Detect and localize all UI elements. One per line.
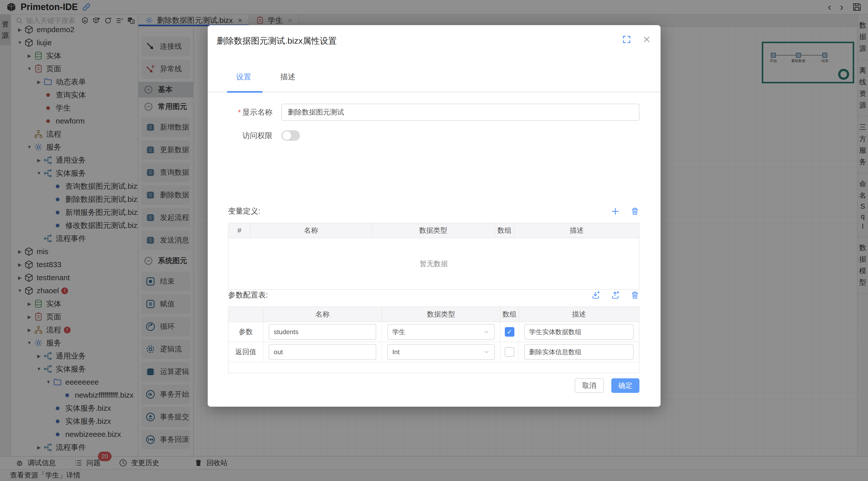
cancel-button[interactable]: 取消 bbox=[575, 378, 604, 393]
param-array-cell bbox=[501, 342, 519, 362]
table-col-header: 数组 bbox=[501, 307, 519, 322]
param-array-cell: ✓ bbox=[501, 322, 519, 342]
display-name-input[interactable] bbox=[281, 104, 640, 121]
chevron-down-icon bbox=[483, 329, 490, 335]
params-row-返回值: 返回值Int bbox=[228, 342, 639, 362]
variables-empty-state: 暂无数据 bbox=[228, 238, 639, 289]
table-col-header bbox=[228, 307, 264, 322]
table-col-header: 数据类型 bbox=[372, 223, 495, 238]
param-name-input[interactable] bbox=[269, 344, 376, 360]
table-col-header: 数据类型 bbox=[382, 307, 501, 322]
param-name-cell bbox=[264, 322, 382, 342]
table-col-header: 描述 bbox=[515, 223, 639, 238]
primeton-ide-window: Primeton-IDE ‹ › 资源 AIEn文 ▶empdemo2▼liuj… bbox=[0, 0, 868, 481]
delete-param-icon[interactable] bbox=[630, 291, 640, 300]
chevron-down-icon bbox=[483, 349, 490, 355]
param-row-label-cell: 参数 bbox=[228, 322, 264, 342]
table-col-header: 描述 bbox=[519, 307, 639, 322]
access-toggle[interactable] bbox=[281, 130, 300, 141]
param-desc-cell bbox=[519, 322, 639, 342]
dialog-tab-描述[interactable]: 描述 bbox=[280, 72, 296, 92]
param-desc-input[interactable] bbox=[524, 344, 634, 360]
params-row-参数: 参数学生✓ bbox=[228, 322, 639, 342]
params-section-label: 参数配置表: bbox=[228, 290, 268, 300]
delete-variable-icon[interactable] bbox=[630, 207, 640, 216]
import-output-params-icon[interactable] bbox=[611, 291, 620, 300]
table-col-header: 名称 bbox=[251, 223, 372, 238]
param-desc-cell bbox=[519, 342, 639, 362]
import-input-params-icon[interactable] bbox=[591, 291, 600, 300]
array-checkbox[interactable] bbox=[505, 347, 515, 357]
params-table: 名称数据类型数组描述 参数学生✓返回值Int bbox=[228, 307, 640, 373]
param-type-select[interactable]: Int bbox=[387, 344, 495, 360]
fullscreen-icon[interactable] bbox=[622, 35, 631, 44]
param-row-label: 参数 bbox=[239, 327, 253, 336]
param-name-cell bbox=[264, 342, 382, 362]
param-type-select[interactable]: 学生 bbox=[387, 324, 495, 340]
param-desc-input[interactable] bbox=[524, 324, 634, 340]
access-label: 访问权限 bbox=[208, 131, 273, 141]
display-name-label: *显示名称 bbox=[208, 107, 273, 118]
dialog-title: 删除数据图元测试.bizx属性设置 bbox=[217, 35, 651, 47]
table-col-header: 数组 bbox=[495, 223, 515, 238]
close-icon[interactable] bbox=[642, 35, 651, 44]
param-row-label-cell: 返回值 bbox=[228, 342, 264, 362]
param-type-value: 学生 bbox=[392, 328, 405, 336]
param-type-value: Int bbox=[392, 348, 400, 356]
add-variable-icon[interactable] bbox=[611, 207, 620, 216]
table-col-header: 名称 bbox=[264, 307, 382, 322]
variables-table: #名称数据类型数组描述 暂无数据 bbox=[228, 223, 640, 290]
param-row-label: 返回值 bbox=[235, 347, 256, 357]
param-type-cell: 学生 bbox=[382, 322, 501, 342]
param-name-input[interactable] bbox=[269, 324, 376, 340]
array-checkbox[interactable]: ✓ bbox=[505, 327, 515, 336]
properties-dialog: 删除数据图元测试.bizx属性设置 设置描述 *显示名称 访问权限 bbox=[208, 25, 660, 407]
variables-section-label: 变量定义: bbox=[228, 206, 260, 216]
ok-button[interactable]: 确定 bbox=[611, 378, 640, 393]
table-col-header: # bbox=[228, 223, 251, 238]
dialog-tabs: 设置描述 bbox=[217, 72, 651, 92]
params-table-empty-row bbox=[228, 362, 639, 373]
dialog-tab-设置[interactable]: 设置 bbox=[236, 72, 251, 92]
param-type-cell: Int bbox=[382, 342, 501, 362]
